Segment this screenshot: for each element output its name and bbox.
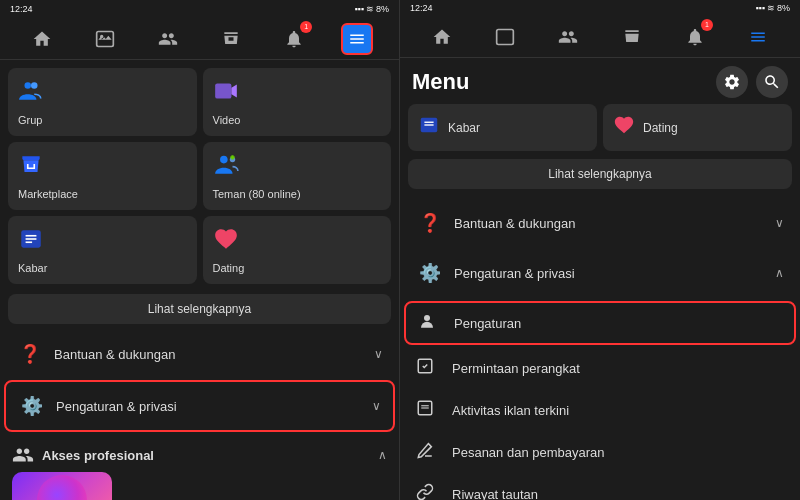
r-battery-text: 8% (777, 3, 790, 13)
svg-point-2 (25, 82, 32, 89)
teman-label: Teman (80 online) (213, 188, 301, 200)
sub-riwayat[interactable]: Riwayat tautan (404, 474, 796, 500)
right-see-more-btn[interactable]: Lihat selengkapnya (408, 159, 792, 189)
sub-aktivitas-text: Aktivitas iklan terkini (452, 403, 569, 418)
r-nav-reels[interactable] (489, 21, 521, 53)
left-battery: ▪▪▪ ≋ 8% (354, 4, 389, 14)
grid-teman[interactable]: Teman (80 online) (203, 142, 392, 210)
card-promo-img (12, 472, 112, 500)
r-signal-icon: ▪▪▪ (755, 3, 765, 13)
wifi-icon: ≋ (366, 4, 374, 14)
search-btn[interactable] (756, 66, 788, 98)
pengaturan-icon: ⚙️ (18, 392, 46, 420)
sub-pengaturan[interactable]: Pengaturan (404, 301, 796, 345)
sub-pengaturan-icon (418, 312, 444, 334)
quick-tab-dating[interactable]: Dating (603, 104, 792, 151)
right-battery: ▪▪▪ ≋ 8% (755, 3, 790, 13)
quick-tab-kabar[interactable]: Kabar (408, 104, 597, 151)
right-time: 12:24 (410, 3, 433, 13)
left-panel: 12:24 ▪▪▪ ≋ 8% 1 (0, 0, 400, 500)
eksistensi-card[interactable]: Eksistensi publik Dapatkan fitur untuk m… (12, 472, 112, 500)
sub-riwayat-icon (416, 483, 442, 500)
sub-riwayat-text: Riwayat tautan (452, 487, 538, 501)
grid-marketplace[interactable]: Marketplace (8, 142, 197, 210)
r-wifi-icon: ≋ (767, 3, 775, 13)
r-pengaturan-icon: ⚙️ (416, 259, 444, 287)
grup-label: Grup (18, 114, 42, 126)
nav-notifications[interactable]: 1 (278, 23, 310, 55)
sub-permintaan-text: Permintaan perangkat (452, 361, 580, 376)
grid-kabar[interactable]: Kabar (8, 216, 197, 284)
pengaturan-item[interactable]: ⚙️ Pengaturan & privasi ∨ (4, 380, 395, 432)
r-nav-friends[interactable] (552, 21, 584, 53)
marketplace-label: Marketplace (18, 188, 78, 200)
video-icon (213, 78, 239, 110)
akses-chevron: ∧ (378, 448, 387, 462)
kabar-icon (18, 226, 44, 258)
left-time: 12:24 (10, 4, 33, 14)
svg-rect-14 (497, 29, 514, 44)
left-akses-header[interactable]: Akses profesional ∧ (8, 440, 391, 472)
grid-grup[interactable]: Grup (8, 68, 197, 136)
right-quick-tabs: Kabar Dating (400, 104, 800, 157)
left-akses-section: Akses profesional ∧ Eksistensi publik Da… (0, 434, 399, 500)
r-pengaturan-privasi-item[interactable]: ⚙️ Pengaturan & privasi ∧ (404, 249, 796, 297)
kabar-tab-label: Kabar (448, 121, 480, 135)
video-label: Video (213, 114, 241, 126)
sub-pesanan-icon (416, 441, 442, 463)
kabar-tab-icon (418, 114, 440, 141)
bantuan-item[interactable]: ❓ Bantuan & dukungan ∨ (4, 330, 395, 378)
grup-icon (18, 78, 44, 110)
nav-friends[interactable] (152, 23, 184, 55)
right-panel: 12:24 ▪▪▪ ≋ 8% 1 (400, 0, 800, 500)
nav-home[interactable] (26, 23, 58, 55)
left-menu-grid: Grup Video Marketplace (0, 60, 399, 292)
marketplace-icon (18, 152, 44, 184)
battery-text: 8% (376, 4, 389, 14)
right-menu-header: Menu (400, 58, 800, 104)
dating-tab-icon (613, 114, 635, 141)
kabar-label: Kabar (18, 262, 47, 274)
bantuan-chevron: ∨ (374, 347, 383, 361)
r-nav-menu[interactable] (742, 21, 774, 53)
sub-aktivitas[interactable]: Aktivitas iklan terkini (404, 390, 796, 430)
nav-menu[interactable] (341, 23, 373, 55)
teman-icon (213, 152, 239, 184)
sub-permintaan[interactable]: Permintaan perangkat (404, 348, 796, 388)
signal-icon: ▪▪▪ (354, 4, 364, 14)
notification-badge: 1 (300, 21, 312, 33)
grid-dating[interactable]: Dating (203, 216, 392, 284)
r-notification-badge: 1 (701, 19, 713, 31)
left-see-more-btn[interactable]: Lihat selengkapnya (8, 294, 391, 324)
svg-marker-5 (231, 85, 236, 98)
dating-label: Dating (213, 262, 245, 274)
left-content: Grup Video Marketplace (0, 60, 399, 500)
bantuan-icon: ❓ (16, 340, 44, 368)
dating-icon (213, 226, 239, 258)
left-status-bar: 12:24 ▪▪▪ ≋ 8% (0, 0, 399, 18)
pengaturan-chevron: ∨ (372, 399, 381, 413)
r-nav-home[interactable] (426, 21, 458, 53)
phone-container: 12:24 ▪▪▪ ≋ 8% 1 (0, 0, 800, 500)
r-nav-notifications[interactable]: 1 (679, 21, 711, 53)
right-status-bar: 12:24 ▪▪▪ ≋ 8% (400, 0, 800, 16)
menu-header-icons (716, 66, 788, 98)
settings-gear-btn[interactable] (716, 66, 748, 98)
nav-marketplace[interactable] (215, 23, 247, 55)
right-nav-bar: 1 (400, 16, 800, 58)
pengaturan-text: Pengaturan & privasi (56, 399, 177, 414)
grid-video[interactable]: Video (203, 68, 392, 136)
sub-pesanan-text: Pesanan dan pembayaran (452, 445, 605, 460)
left-nav-bar: 1 (0, 18, 399, 60)
svg-rect-4 (215, 83, 231, 98)
sub-pengaturan-text: Pengaturan (454, 316, 521, 331)
sub-aktivitas-icon (416, 399, 442, 421)
card-promo-sphere (37, 475, 87, 501)
r-bantuan-item[interactable]: ❓ Bantuan & dukungan ∨ (404, 199, 796, 247)
nav-reels[interactable] (89, 23, 121, 55)
svg-point-18 (424, 315, 430, 321)
bantuan-text: Bantuan & dukungan (54, 347, 175, 362)
r-nav-marketplace[interactable] (616, 21, 648, 53)
sub-pesanan[interactable]: Pesanan dan pembayaran (404, 432, 796, 472)
sub-permintaan-icon (416, 357, 442, 379)
